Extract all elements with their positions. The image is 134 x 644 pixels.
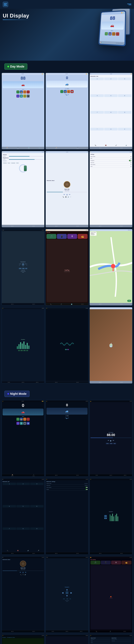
mini-phone-content: BT11:40📶 Bluetooth_Call 123 456 789 *0# … xyxy=(90,73,132,149)
night-screen-eq: ⚡11:43 Equalizer xyxy=(90,478,132,555)
night-screen-music: BT11:43 Bluetooth_Music Music Title Musi… xyxy=(2,556,44,633)
mini-night-home2: ⚡11:30 0 🚙 心导航 ⏮ ▶ ⏭ 35.2°C25.2°C xyxy=(46,400,88,476)
day-screen-map: 🗺️18:15 ETA Sunny CoffeeWes xyxy=(90,229,132,306)
mini-volume-content: ⚡11:43 Volume Volume Brightness Screen N… xyxy=(2,151,44,227)
mini-night-music: BT11:43 Bluetooth_Music Music Title Musi… xyxy=(2,556,44,633)
night-screen-carplay: 📶11:45 iOS CarPlay 🎵 📱 🎙 📻 🍎 CarPlay xyxy=(90,556,132,633)
day-screen-phone: BT11:40📶 Bluetooth_Call 123 456 789 *0# … xyxy=(90,73,132,149)
night-screen-phone: BT11:40 Bluetooth_Call 1 2 3 4 5 6 7 8 9… xyxy=(2,478,44,555)
night-screen-home1: ⚡11:30📶🔋 0 🚗 Nice 📍 📻 🎵 📞 🌐 ⚙️ 📱 🗺️ xyxy=(2,400,44,476)
mini-night-side: ⚡11:55 Status Panel Temperature Speed Ra… xyxy=(90,634,132,644)
night-screen-nav: 9:0011:45 Navigation ▲ ◀ ▶ ▼ GPS WiFi BT xyxy=(46,556,88,633)
day-mode-row4: ⚡12:00 Equalizer 60 150 400 xyxy=(0,307,134,385)
night-mode-dot xyxy=(8,393,9,395)
mini-tea-content: ⚡ 🍵 25.2°C25.2°C xyxy=(90,307,132,384)
day-mode-badge: Day Mode xyxy=(4,64,27,70)
hero-section: UI Display ⚡ 📶 🔋 88 🚗 Nice 📍 xyxy=(0,9,134,61)
hamburger-menu-icon[interactable] xyxy=(127,4,131,5)
mini-night-gps: ⚡11:50 Shanghai → Zhongguancun Road xyxy=(2,634,44,644)
night-screen-radio: 📻11:30 FM Radio 88.00 ⏮ ▶ ⏭ FM1 FM2 AM xyxy=(90,400,132,476)
mini-night-eq: ⚡11:43 Equalizer xyxy=(90,478,132,555)
night-screen-side-panel: ⚡11:55 Status Panel Temperature Speed Ra… xyxy=(90,634,132,644)
night-screen-home2: ⚡11:30 0 🚙 心导航 ⏮ ▶ ⏭ 35.2°C25.2°C xyxy=(46,400,88,476)
mini-home2-content: ⚡11:30📶🔋 0 🚙 心心相印 🎵 📻 📞 🗺️ ⏮ ▶ ⏭ xyxy=(46,73,88,149)
day-mode-row1: ⚡11:30📶🔋 88 🚗 Nice 📍 📻 🎵 📞 🌐 ⚙️ 🎮 📱 xyxy=(0,73,134,151)
day-mode-label: Day Mode xyxy=(0,61,134,73)
day-screen-nav: 9:0011:45 Navigation ▲▲ ◀ ▶ ▼ xyxy=(2,229,44,306)
day-screen-music: BT11:43🎵 Bluetooth_Music Music Title Mus… xyxy=(46,151,88,228)
logo-area xyxy=(3,2,8,7)
night-mode-row4: ⚡11:50 Shanghai → Zhongguancun Road xyxy=(0,634,134,644)
night-mode-row3: BT11:43 Bluetooth_Music Music Title Musi… xyxy=(0,556,134,634)
mini-home1-content: ⚡11:30📶🔋 88 🚗 Nice 📍 📻 🎵 📞 🌐 ⚙️ 🎮 📱 xyxy=(2,73,44,149)
page-title: UI Display xyxy=(3,13,30,19)
day-mode-row3: 9:0011:45 Navigation ▲▲ ◀ ▶ ▼ xyxy=(0,229,134,307)
night-screen-nav2: ⚡11:50 xyxy=(46,634,88,644)
day-mode-row2: ⚡11:43 Volume Volume Brightness Screen N… xyxy=(0,151,134,229)
day-screen-settings: ⚡11:46 Settings Radio station▶ GPS▶ Navi… xyxy=(90,151,132,228)
mini-waveform-content: ⚡11:43 25.2°C xyxy=(46,307,88,384)
svg-rect-0 xyxy=(90,237,132,297)
mini-night-home1: ⚡11:30📶🔋 0 🚗 Nice 📍 📻 🎵 📞 🌐 ⚙️ 📱 🗺️ xyxy=(2,400,44,476)
night-mode-section: Night Mode xyxy=(0,385,134,400)
night-mode-row2: BT11:40 Bluetooth_Call 1 2 3 4 5 6 7 8 9… xyxy=(0,478,134,556)
night-screen-settings: ⚡11:40 Bluetooth_Settings Device nameCar… xyxy=(46,478,88,555)
mini-night-radio: 📻11:30 FM Radio 88.00 ⏮ ▶ ⏭ FM1 FM2 AM xyxy=(90,400,132,476)
svg-point-1 xyxy=(111,264,115,268)
mini-music-content: BT11:43🎵 Bluetooth_Music Music Title Mus… xyxy=(46,151,88,227)
day-screen-waveform: ⚡11:43 25.2°C xyxy=(46,307,88,384)
mini-eq-content: ⚡12:00 Equalizer 60 150 400 xyxy=(2,307,44,384)
day-screen-home2: ⚡11:30📶🔋 0 🚙 心心相印 🎵 📻 📞 🗺️ ⏮ ▶ ⏭ xyxy=(46,73,88,149)
day-screen-home1: ⚡11:30📶🔋 88 🚗 Nice 📍 📻 🎵 📞 🌐 ⚙️ 🎮 📱 xyxy=(2,73,44,149)
mini-map-content: 🗺️18:15 ETA Sunny CoffeeWes xyxy=(90,229,132,306)
mini-night-nav: 9:0011:45 Navigation ▲ ◀ ▶ ▼ GPS WiFi BT xyxy=(46,556,88,633)
day-screen-equalizer: ⚡12:00 Equalizer 60 150 400 xyxy=(2,307,44,384)
day-screen-carplay: 📶11:45 iOS Auto 🎵 📱 🎙 📻 CarPlay Connect … xyxy=(46,229,88,306)
mini-night-phone: BT11:40 Bluetooth_Call 1 2 3 4 5 6 7 8 9… xyxy=(2,478,44,555)
day-mode-dot xyxy=(8,66,9,67)
title-underline xyxy=(3,20,30,20)
night-screen-gps: ⚡11:50 Shanghai → Zhongguancun Road xyxy=(2,634,44,644)
page-header xyxy=(0,0,134,9)
day-screen-tea: ⚡ 🍵 25.2°C25.2°C xyxy=(90,307,132,384)
mini-nav-content: 9:0011:45 Navigation ▲▲ ◀ ▶ ▼ xyxy=(2,229,44,306)
mini-night-carplay: 📶11:45 iOS CarPlay 🎵 📱 🎙 📻 🍎 CarPlay xyxy=(90,556,132,633)
hero-device-mockup: ⚡ 📶 🔋 88 🚗 Nice 📍 📻 🎵 📞 xyxy=(93,10,131,59)
day-screen-volume: ⚡11:43 Volume Volume Brightness Screen N… xyxy=(2,151,44,228)
night-mode-row1: ⚡11:30📶🔋 0 🚗 Nice 📍 📻 🎵 📞 🌐 ⚙️ 📱 🗺️ xyxy=(0,400,134,478)
mini-carplay-content: 📶11:45 iOS Auto 🎵 📱 🎙 📻 CarPlay Connect … xyxy=(46,229,88,306)
mini-night-settings: ⚡11:40 Bluetooth_Settings Device nameCar… xyxy=(46,478,88,555)
mini-settings-content: ⚡11:46 Settings Radio station▶ GPS▶ Navi… xyxy=(90,151,132,227)
mini-night-nav2: ⚡11:50 xyxy=(46,634,88,644)
brand-logo-icon xyxy=(3,2,8,7)
night-mode-badge: Night Mode xyxy=(4,391,30,397)
